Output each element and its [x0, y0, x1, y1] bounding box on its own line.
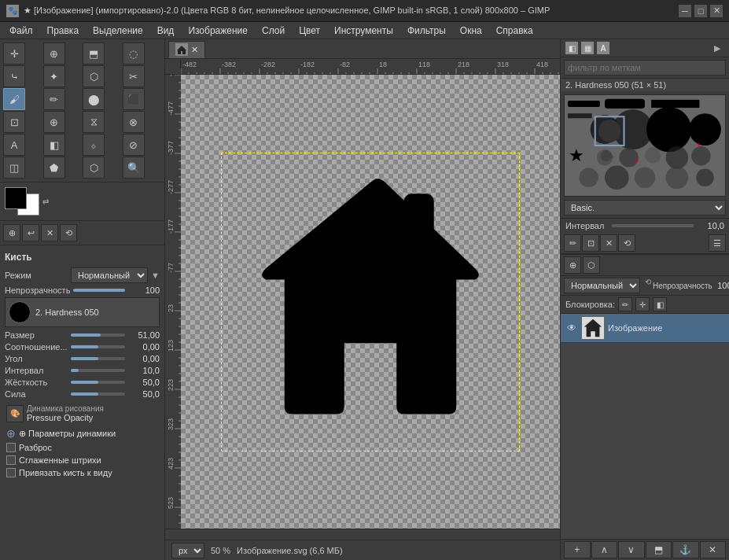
layer-visibility-icon[interactable]: 👁: [565, 322, 578, 334]
lock-label: Блокировка:: [565, 300, 615, 309]
maximize-button[interactable]: □: [694, 5, 707, 17]
new-layer-icon[interactable]: ⊕: [3, 224, 20, 241]
canvas-inner[interactable]: [181, 75, 560, 529]
dynamics-params-label[interactable]: ⊕ Параметры динамики: [19, 429, 116, 439]
filter-row: [561, 57, 729, 79]
layers-opacity-label: Непрозрачность: [653, 282, 712, 290]
image-tab-active[interactable]: ✕: [168, 41, 205, 58]
unit-select[interactable]: px: [171, 543, 204, 558]
tool-eyedropper[interactable]: ⊘: [123, 134, 145, 156]
tool-text[interactable]: A: [3, 134, 25, 156]
lock-position-button[interactable]: ✛: [635, 297, 650, 311]
menu-windows[interactable]: Окна: [454, 24, 488, 38]
tool-zoom[interactable]: 🔍: [123, 157, 145, 179]
scatter-checkbox[interactable]: [6, 443, 16, 452]
smooth-checkbox[interactable]: [6, 455, 16, 465]
panel-menu-icon[interactable]: ☰: [709, 234, 726, 252]
color-swatches[interactable]: [5, 187, 39, 216]
menu-colors[interactable]: Цвет: [293, 24, 326, 38]
brush-filter-input[interactable]: [564, 60, 726, 76]
angle-slider[interactable]: [71, 357, 125, 360]
anchor-layer-button[interactable]: ⚓: [672, 541, 699, 558]
force-slider[interactable]: [71, 392, 125, 396]
interval-slider[interactable]: [71, 369, 125, 372]
menu-image[interactable]: Изображение: [182, 24, 254, 38]
svg-point-12: [598, 120, 621, 142]
tool-crosshair[interactable]: ✛: [3, 42, 25, 64]
hardness-slider[interactable]: [71, 381, 125, 384]
mode-icon[interactable]: ▼: [151, 271, 160, 280]
lock-alpha-button[interactable]: ◧: [653, 297, 667, 311]
tool-color-select[interactable]: ⬡: [83, 65, 105, 87]
delete-brush-icon[interactable]: ✕: [600, 234, 617, 252]
tool-gradient[interactable]: ◧: [43, 134, 65, 156]
tool-heal[interactable]: ⊕: [43, 111, 65, 133]
snap-checkbox[interactable]: [6, 468, 16, 477]
layers-icon-2[interactable]: ⬡: [583, 256, 600, 274]
opacity-slider[interactable]: [73, 289, 125, 292]
horizontal-scrollbar[interactable]: [165, 529, 560, 540]
layers-header-inner: ⊕ ⬡: [564, 256, 726, 274]
close-button[interactable]: ✕: [710, 5, 723, 17]
minimize-button[interactable]: ─: [679, 5, 691, 17]
panel-pattern-icon: ▦: [581, 42, 594, 54]
menu-help[interactable]: Справка: [490, 24, 539, 38]
brush-interval-slider[interactable]: [612, 224, 694, 227]
layers-icon-1[interactable]: ⊕: [564, 256, 581, 274]
tool-scissors[interactable]: ✂: [123, 65, 145, 87]
undo-icon[interactable]: ↩: [22, 224, 39, 241]
tool-ink[interactable]: ⬛: [123, 88, 145, 110]
tool-blur[interactable]: ⊗: [123, 111, 145, 133]
ratio-slider[interactable]: [71, 345, 125, 348]
menu-edit[interactable]: Правка: [41, 24, 86, 38]
add-layer-button[interactable]: +: [564, 541, 591, 558]
tab-close-icon[interactable]: ✕: [191, 45, 198, 55]
refresh-brush-icon[interactable]: ⟲: [618, 234, 635, 252]
swap-colors-icon[interactable]: ⇄: [42, 197, 49, 206]
tool-perspective-clone[interactable]: ⧖: [83, 111, 105, 133]
raise-layer-button[interactable]: ∧: [591, 541, 618, 558]
ruler-row: [165, 59, 560, 75]
edit-icon[interactable]: ✏: [564, 234, 581, 252]
foreground-color[interactable]: [5, 187, 27, 209]
tool-measure[interactable]: ◫: [3, 157, 25, 179]
mode-select[interactable]: Нормальный: [71, 267, 148, 283]
menu-layer[interactable]: Слой: [256, 24, 291, 38]
lock-pixels-button[interactable]: ✏: [618, 297, 632, 311]
tool-bucket[interactable]: ⬦: [83, 134, 105, 156]
tool-clone[interactable]: ⊡: [3, 111, 25, 133]
layer-row[interactable]: 👁 Изображение: [561, 314, 729, 343]
tool-pencil[interactable]: ✏: [43, 88, 65, 110]
delete-icon[interactable]: ✕: [41, 224, 58, 241]
brush-type-select[interactable]: Basic.: [564, 200, 726, 216]
duplicate-layer-button[interactable]: ⬒: [646, 541, 672, 558]
tool-lasso[interactable]: ⤷: [3, 65, 25, 87]
delete-layer-button[interactable]: ✕: [700, 541, 727, 558]
dynamics-params-expand-icon[interactable]: ⊕: [6, 427, 16, 440]
tool-path[interactable]: ⬡: [83, 157, 105, 179]
tool-ellipse-select[interactable]: ◌: [123, 42, 145, 64]
tool-move[interactable]: ⊕: [43, 42, 65, 64]
size-slider[interactable]: [71, 333, 125, 337]
layers-mode-select[interactable]: Нормальный: [564, 278, 640, 293]
panel-arrow-icon[interactable]: ▶: [710, 41, 724, 55]
tool-geom[interactable]: ⬟: [43, 157, 65, 179]
svg-point-26: [666, 167, 689, 190]
tool-rect-select[interactable]: ⬒: [83, 42, 105, 64]
tool-fuzzy-select[interactable]: ✦: [43, 65, 65, 87]
brush-interval-value: 10,0: [697, 221, 724, 230]
tool-airbrush[interactable]: ⬤: [83, 88, 105, 110]
lower-layer-button[interactable]: ∨: [618, 541, 645, 558]
tool-btn-2[interactable]: ⊡: [582, 234, 599, 252]
menu-select[interactable]: Выделение: [87, 24, 149, 38]
dynamics-section: 🎨 Динамика рисования Pressure Opacity ⊕ …: [5, 402, 160, 478]
menu-file[interactable]: Файл: [3, 24, 39, 38]
ratio-row: Соотношение... 0,00: [5, 342, 160, 352]
refresh-icon[interactable]: ⟲: [60, 224, 77, 241]
menu-view[interactable]: Вид: [151, 24, 181, 38]
menu-tools[interactable]: Инструменты: [328, 24, 399, 38]
menu-filters[interactable]: Фильтры: [401, 24, 452, 38]
tool-paint[interactable]: 🖌: [3, 88, 25, 110]
opacity-row: Непрозрачность 100: [5, 286, 160, 295]
brush-preview[interactable]: 2. Hardness 050: [5, 297, 160, 327]
